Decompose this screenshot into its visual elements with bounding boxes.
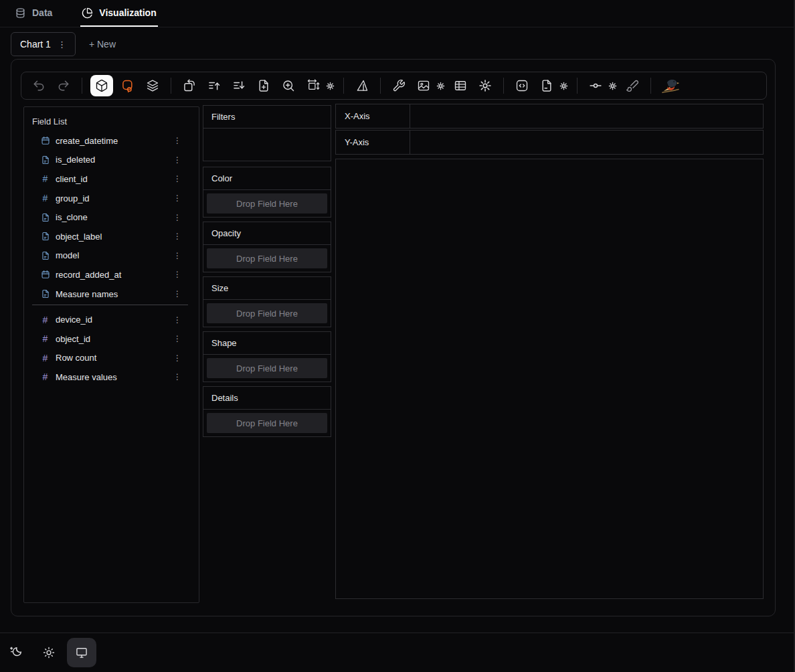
- add-file-button[interactable]: [254, 76, 274, 96]
- dimension-field-list: # create_datetime ⋮ # is_deleted ⋮: [24, 131, 199, 303]
- field-item[interactable]: # object_label ⋮: [24, 227, 199, 246]
- axis-shelves: X-Axis Y-Axis: [335, 104, 764, 156]
- wrench-button[interactable]: [389, 76, 409, 96]
- file-text-icon: [540, 79, 553, 92]
- theme-dark-button[interactable]: [1, 638, 31, 667]
- triangle-ruler-button[interactable]: [352, 76, 372, 96]
- field-item[interactable]: # client_id ⋮: [24, 169, 199, 189]
- redo-button[interactable]: [54, 76, 74, 96]
- field-menu-kebab-icon[interactable]: ⋮: [173, 174, 181, 183]
- background-image-button[interactable]: [414, 76, 434, 96]
- gear-icon: [608, 82, 617, 90]
- field-menu-kebab-icon[interactable]: ⋮: [173, 372, 181, 382]
- commit-slider-icon: [589, 79, 602, 92]
- drop-field-zone[interactable]: Drop Field Here: [207, 248, 327, 268]
- chart-canvas[interactable]: [335, 159, 764, 599]
- y-axis-dropzone[interactable]: [410, 131, 763, 154]
- layers-button[interactable]: [143, 76, 163, 96]
- field-item[interactable]: # Measure names ⋮: [24, 284, 199, 304]
- field-item[interactable]: # is_clone ⋮: [24, 207, 199, 227]
- chart-tab-current[interactable]: Chart 1 ⋮: [11, 32, 76, 56]
- field-label: is_clone: [56, 212, 168, 222]
- zoom-in-button[interactable]: [278, 76, 298, 96]
- theme-light-button[interactable]: [34, 638, 64, 667]
- encoding-shelf: Color Drop Field Here: [203, 167, 331, 218]
- theme-system-button[interactable]: [67, 638, 96, 667]
- new-chart-button[interactable]: + New: [85, 38, 120, 50]
- tab-data-label: Data: [32, 7, 52, 18]
- data-table-button[interactable]: [450, 76, 470, 96]
- export-file-settings-button[interactable]: [559, 78, 569, 94]
- tab-visualization-label: Visualization: [99, 7, 156, 18]
- field-menu-kebab-icon[interactable]: ⋮: [173, 315, 181, 325]
- calendar-icon: [40, 270, 50, 280]
- chart-tab-menu-kebab-icon[interactable]: ⋮: [58, 39, 66, 50]
- field-menu-kebab-icon[interactable]: ⋮: [173, 232, 181, 241]
- filters-shelf: Filters: [203, 105, 331, 161]
- field-label: Row count: [56, 353, 168, 363]
- rotate-shape-button[interactable]: [179, 76, 199, 96]
- drop-field-zone[interactable]: Drop Field Here: [207, 358, 327, 378]
- field-item[interactable]: # object_id ⋮: [24, 329, 199, 349]
- field-menu-kebab-icon[interactable]: ⋮: [173, 136, 181, 145]
- filters-shelf-label: Filters: [203, 106, 331, 129]
- pie-chart-icon: [82, 7, 93, 19]
- chart-toolbar: [21, 72, 767, 100]
- embed-code-button[interactable]: [512, 76, 532, 96]
- filters-shelf-body[interactable]: [203, 129, 331, 161]
- drop-field-zone[interactable]: Drop Field Here: [207, 193, 327, 214]
- text-field-icon: [40, 250, 50, 260]
- 3d-box-tool-button[interactable]: [90, 75, 113, 96]
- toolbar-divider: [82, 78, 82, 94]
- gear-icon: [436, 82, 445, 90]
- field-item[interactable]: # Measure values ⋮: [24, 367, 199, 387]
- field-item[interactable]: # is_deleted ⋮: [24, 151, 199, 170]
- canvas-dimensions-button[interactable]: [303, 76, 323, 96]
- encoding-shelf: Details Drop Field Here: [203, 386, 331, 437]
- gear-icon: [326, 82, 335, 90]
- text-field-icon: [40, 212, 50, 222]
- visualization-workspace: Field List # create_datetime ⋮: [11, 59, 776, 616]
- point-style-settings-button[interactable]: [608, 78, 618, 94]
- drop-field-zone[interactable]: Drop Field Here: [207, 303, 327, 323]
- encoding-shelf: Opacity Drop Field Here: [203, 222, 331, 272]
- sort-ascending-button[interactable]: [204, 76, 224, 96]
- field-list-title: Field List: [24, 114, 199, 127]
- field-menu-kebab-icon[interactable]: ⋮: [173, 193, 181, 203]
- lasso-select-button[interactable]: [118, 76, 138, 96]
- image-icon: [417, 79, 430, 92]
- field-label: device_id: [56, 315, 168, 325]
- field-menu-kebab-icon[interactable]: ⋮: [173, 334, 181, 343]
- settings-button[interactable]: [475, 76, 495, 96]
- background-image-settings-button[interactable]: [436, 78, 446, 94]
- field-item[interactable]: # device_id ⋮: [24, 310, 199, 329]
- tab-visualization[interactable]: Visualization: [80, 0, 157, 27]
- encoding-shelves: Filters Color Drop Field Here Opacity Dr…: [203, 105, 331, 441]
- field-item[interactable]: # Row count ⋮: [24, 349, 199, 368]
- field-menu-kebab-icon[interactable]: ⋮: [173, 270, 181, 279]
- text-field-icon: [40, 289, 50, 299]
- field-label: object_id: [56, 334, 168, 344]
- field-label: group_id: [56, 193, 168, 203]
- field-menu-kebab-icon[interactable]: ⋮: [173, 353, 181, 363]
- field-menu-kebab-icon[interactable]: ⋮: [173, 213, 181, 222]
- sort-descending-icon: [232, 79, 246, 92]
- field-item[interactable]: # model ⋮: [24, 246, 199, 266]
- x-axis-label: X-Axis: [336, 104, 410, 128]
- canvas-dimensions-settings-button[interactable]: [325, 78, 335, 94]
- field-item[interactable]: # create_datetime ⋮: [24, 131, 199, 151]
- field-item[interactable]: # group_id ⋮: [24, 189, 199, 208]
- export-file-button[interactable]: [537, 76, 557, 96]
- tab-data[interactable]: Data: [13, 0, 54, 27]
- bird-logo[interactable]: [659, 76, 682, 96]
- paintbrush-button[interactable]: [622, 76, 642, 96]
- field-item[interactable]: # record_added_at ⋮: [24, 265, 199, 284]
- drop-field-zone[interactable]: Drop Field Here: [207, 413, 327, 433]
- point-style-button[interactable]: [586, 76, 606, 96]
- field-menu-kebab-icon[interactable]: ⋮: [173, 251, 181, 260]
- field-menu-kebab-icon[interactable]: ⋮: [173, 289, 181, 299]
- field-menu-kebab-icon[interactable]: ⋮: [173, 155, 181, 165]
- sort-descending-button[interactable]: [229, 76, 249, 96]
- x-axis-dropzone[interactable]: [410, 104, 763, 128]
- undo-button[interactable]: [29, 76, 49, 96]
